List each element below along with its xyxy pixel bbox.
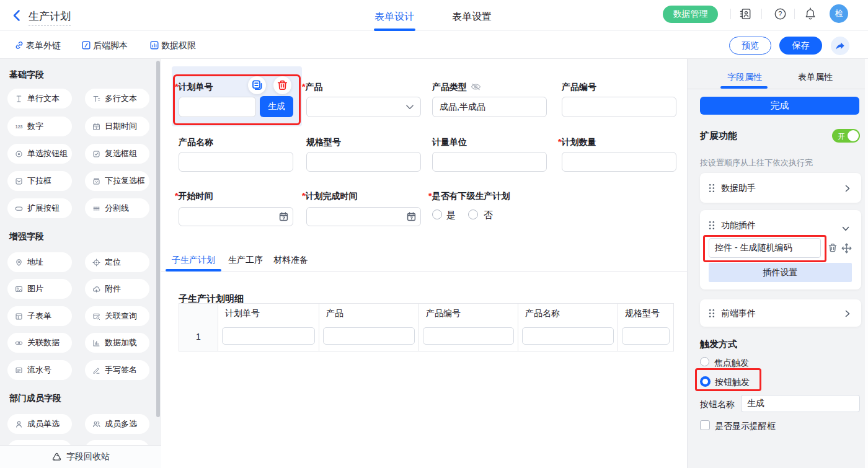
svg-text:?: ? (778, 10, 782, 17)
svg-text:123: 123 (16, 124, 23, 128)
